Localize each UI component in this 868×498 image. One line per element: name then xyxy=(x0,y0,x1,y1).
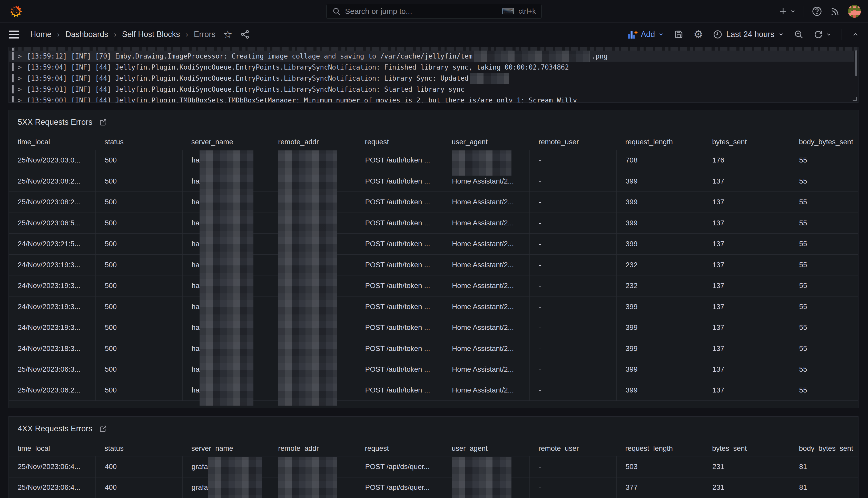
table-cell-remote_addr xyxy=(269,359,356,380)
table-row[interactable]: 24/Nov/2023:19:3...500haPOST /auth/token… xyxy=(9,296,858,317)
table-row[interactable]: 24/Nov/2023:18:3...500haPOST /auth/token… xyxy=(9,338,858,359)
column-header-user_agent[interactable]: user_agent xyxy=(443,441,529,456)
column-header-body_bytes_sent[interactable]: body_bytes_sent xyxy=(790,134,858,150)
column-header-remote_addr[interactable]: remote_addr xyxy=(269,134,356,150)
table-cell-request_length: 232 xyxy=(616,255,703,275)
table-row[interactable]: 24/Nov/2023:19:3...500haPOST /auth/token… xyxy=(9,275,858,296)
external-link-icon[interactable] xyxy=(99,424,107,433)
save-dashboard-button[interactable] xyxy=(674,29,683,39)
table-row[interactable]: 25/Nov/2023:06:5...500haPOST /auth/token… xyxy=(9,212,858,234)
refresh-button[interactable] xyxy=(813,29,823,39)
breadcrumb-separator: › xyxy=(186,30,188,39)
table-cell-user_agent: Home Assistant/2... xyxy=(443,359,529,380)
table-cell-user_agent: Home Assistant/2... xyxy=(443,338,529,359)
table-cell-remote_user: - xyxy=(529,192,616,212)
column-header-bytes_sent[interactable]: bytes_sent xyxy=(703,441,790,456)
log-expand-icon[interactable]: > xyxy=(18,86,22,93)
keyboard-icon: ⌨ xyxy=(502,7,514,16)
table-cell-time_local: 25/Nov/2023:06:4... xyxy=(9,477,95,498)
question-circle-icon xyxy=(812,6,822,17)
column-header-request[interactable]: request xyxy=(356,441,443,456)
column-header-server_name[interactable]: server_name xyxy=(182,134,269,150)
column-header-status[interactable]: status xyxy=(95,441,182,456)
table-row[interactable]: 25/Nov/2023:06:3...500haPOST /auth/token… xyxy=(9,359,858,380)
column-header-remote_user[interactable]: remote_user xyxy=(529,441,616,456)
news-button[interactable] xyxy=(830,6,840,16)
time-range-picker[interactable]: Last 24 hours xyxy=(713,29,784,39)
log-row[interactable]: >[13:59:04] [INF] [44] Jellyfin.Plugin.K… xyxy=(9,73,858,84)
column-header-time_local[interactable]: time_local xyxy=(9,134,95,150)
external-link-icon[interactable] xyxy=(99,118,107,126)
column-header-server_name[interactable]: server_name xyxy=(182,441,269,456)
favorite-star-icon[interactable]: ☆ xyxy=(223,29,232,40)
column-header-request_length[interactable]: request_length xyxy=(616,441,703,456)
log-expand-icon[interactable]: > xyxy=(18,52,22,60)
user-avatar[interactable] xyxy=(848,5,861,18)
column-header-remote_user[interactable]: remote_user xyxy=(529,134,616,150)
table-cell-user_agent: Home Assistant/2... xyxy=(443,213,529,234)
table-cell-status: 500 xyxy=(95,150,182,171)
column-header-request[interactable]: request xyxy=(356,134,443,150)
panel-resize-handle[interactable] xyxy=(853,97,857,101)
log-row[interactable]: >[13:59:04] [INF] [44] Jellyfin.Plugin.K… xyxy=(9,62,858,73)
column-header-remote_addr[interactable]: remote_addr xyxy=(269,441,356,456)
column-header-user_agent[interactable]: user_agent xyxy=(443,134,529,150)
dashboard-settings-button[interactable]: ⚙ xyxy=(693,29,703,40)
table-cell-request: POST /auth/token ... xyxy=(356,192,443,212)
table-cell-remote_addr xyxy=(269,213,356,234)
table-cell-status: 500 xyxy=(95,317,182,338)
table-row[interactable]: 25/Nov/2023:08:2...500haPOST /auth/token… xyxy=(9,192,858,212)
collapse-toolbar-button[interactable] xyxy=(852,30,859,38)
breadcrumb: Home›Dashboards›Self Host Blocks›Errors xyxy=(30,30,215,39)
table-body: 25/Nov/2023:03:0...500haPOST /auth/token… xyxy=(9,150,858,401)
share-icon[interactable] xyxy=(240,29,250,39)
column-header-status[interactable]: status xyxy=(95,134,182,150)
column-header-bytes_sent[interactable]: bytes_sent xyxy=(703,134,790,150)
zoom-out-button[interactable] xyxy=(794,29,804,39)
log-row[interactable]: >[13:59:12] [INF] [70] Emby.Drawing.Imag… xyxy=(9,51,854,62)
column-header-request_length[interactable]: request_length xyxy=(616,134,703,150)
redacted-blur xyxy=(278,478,337,498)
table-row[interactable]: 25/Nov/2023:06:4...400grafaPOST /api/ds/… xyxy=(9,477,858,498)
redacted-blur xyxy=(208,478,262,498)
log-scrollbar-thumb[interactable] xyxy=(855,50,857,76)
log-expand-icon[interactable]: > xyxy=(18,96,22,103)
new-button[interactable] xyxy=(778,7,796,16)
table-cell-user_agent: Home Assistant/2... xyxy=(443,275,529,296)
column-header-time_local[interactable]: time_local xyxy=(9,441,95,456)
log-expand-icon[interactable]: > xyxy=(18,75,22,82)
table-row[interactable]: 25/Nov/2023:08:2...500haPOST /auth/token… xyxy=(9,171,858,192)
help-button[interactable] xyxy=(812,6,822,17)
breadcrumb-item-dashboards[interactable]: Dashboards xyxy=(65,30,108,39)
table-cell-server_name: ha xyxy=(182,317,269,338)
table-cell-user_agent xyxy=(443,150,529,171)
table-cell-body_bytes_sent: 55 xyxy=(790,234,858,254)
search-input[interactable]: Search or jump to... ⌨ ctrl+k xyxy=(326,4,542,19)
add-panel-button[interactable]: Add xyxy=(627,30,664,39)
refresh-interval-chevron-icon[interactable] xyxy=(826,31,832,38)
table-row[interactable]: 24/Nov/2023:19:3...500haPOST /auth/token… xyxy=(9,254,858,275)
table-row[interactable]: 25/Nov/2023:06:4...400grafaPOST /api/ds/… xyxy=(9,456,858,477)
table-cell-body_bytes_sent: 55 xyxy=(790,297,858,317)
table-cell-bytes_sent: 231 xyxy=(703,477,790,498)
breadcrumb-item-home[interactable]: Home xyxy=(30,30,52,39)
log-level-bar xyxy=(12,85,14,93)
table-cell-server_name: grafa xyxy=(182,456,269,477)
table-cell-status: 400 xyxy=(95,456,182,477)
log-level-bar xyxy=(12,48,14,51)
breadcrumb-item-errors[interactable]: Errors xyxy=(194,30,215,39)
table-row[interactable]: 25/Nov/2023:06:2...500haPOST /auth/token… xyxy=(9,380,858,401)
breadcrumb-item-self-host-blocks[interactable]: Self Host Blocks xyxy=(122,30,180,39)
column-header-body_bytes_sent[interactable]: body_bytes_sent xyxy=(790,441,858,456)
log-row[interactable]: >[13:59:01] [INF] [44] Jellyfin.Plugin.K… xyxy=(9,84,858,95)
menu-icon[interactable] xyxy=(9,30,19,39)
table-row[interactable]: 24/Nov/2023:21:5...500haPOST /auth/token… xyxy=(9,233,858,254)
table-row[interactable]: 24/Nov/2023:19:3...500haPOST /auth/token… xyxy=(9,317,858,338)
grafana-logo-icon[interactable] xyxy=(9,5,23,18)
table-cell-bytes_sent: 137 xyxy=(703,359,790,380)
log-row[interactable]: >[13:59:00] [INF] [44] Jellyfin.Plugin.T… xyxy=(9,95,858,103)
log-expand-icon[interactable]: > xyxy=(18,63,22,71)
table-row[interactable]: 25/Nov/2023:03:0...500haPOST /auth/token… xyxy=(9,150,858,171)
table-cell-server_name: ha xyxy=(182,255,269,275)
table-panel: 5XX Requests Errors time_localstatusserv… xyxy=(9,110,858,408)
